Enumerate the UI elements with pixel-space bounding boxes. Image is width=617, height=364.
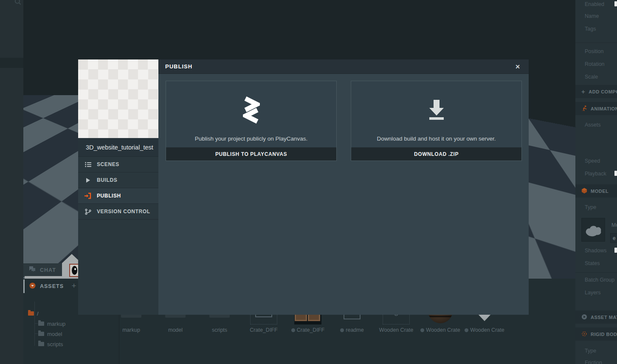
asset-label: Crate_DIFF (250, 327, 277, 333)
tree-item-label: / (37, 310, 39, 317)
tree-connector (34, 333, 38, 334)
publish-dialog: 3D_website_tutorial_test SCENES BUILDS (78, 59, 529, 315)
tree-item-label: model (47, 331, 62, 337)
birdhouse-hole-glint (74, 268, 76, 270)
search-icon[interactable] (14, 0, 22, 8)
model-cube-icon (581, 188, 587, 195)
field-anim-assets: Assets (585, 122, 601, 128)
publish-playcanvas-card: Publish your project publicly on PlayCan… (166, 81, 337, 161)
menu-item-scenes[interactable]: SCENES (78, 157, 158, 172)
folder-icon (38, 342, 44, 346)
animation-section-header[interactable]: ANIMATION (575, 102, 617, 115)
dialog-title: PUBLISH (165, 63, 192, 70)
builds-play-icon (85, 178, 91, 183)
download-card-description: Download build and host it on your own s… (377, 135, 496, 142)
field-speed: Speed (585, 158, 600, 164)
field-states: States (585, 260, 600, 266)
rigid-body-icon (581, 331, 587, 338)
enabled-checkbox[interactable] (614, 1, 617, 6)
field-rb-type: Type (585, 348, 596, 354)
playcanvas-editor: CHAT ASSETS + / mark (0, 0, 617, 364)
asset-label: readme (346, 327, 363, 333)
publish-arrow-icon (85, 192, 91, 199)
field-name: Name (585, 13, 599, 19)
field-position: Position (585, 48, 603, 54)
publish-dialog-main: PUBLISH ✕ Publish your project publicly … (158, 59, 529, 315)
tree-connector (34, 344, 35, 344)
hierarchy-panel[interactable] (0, 0, 23, 364)
model-asset-input[interactable]: e (610, 233, 617, 243)
download-zip-card: Download build and host it on your own s… (351, 81, 522, 161)
tree-item-label: markup (47, 321, 65, 327)
project-name: 3D_website_tutorial_test (78, 138, 158, 157)
menu-item-publish[interactable]: PUBLISH (78, 188, 158, 204)
divider (575, 42, 617, 43)
asset-dot (465, 328, 468, 332)
asset-label: Wooden Crate (470, 327, 504, 333)
folder-icon (38, 322, 44, 326)
field-shadows: Shadows (585, 248, 606, 254)
plus-icon: + (581, 88, 585, 95)
asset-label: Crate_DIFF (297, 327, 324, 333)
field-layers: Layers (585, 290, 601, 296)
chat-label: CHAT (40, 267, 56, 273)
rigid-body-section-header[interactable]: RIGID BODY (575, 327, 617, 341)
branch-icon (85, 209, 91, 215)
close-icon[interactable]: ✕ (513, 62, 522, 71)
asset-label: Wooden Crate (379, 327, 413, 333)
field-model-type: Type (585, 204, 596, 210)
tree-item-markup[interactable]: markup (38, 319, 65, 329)
publish-dialog-body: Publish your project publicly on PlayCan… (158, 74, 529, 315)
assets-title: ASSETS (40, 283, 64, 289)
menu-item-builds[interactable]: BUILDS (78, 172, 158, 188)
asset-materials-toggle[interactable]: ASSET MATERIALS (575, 310, 617, 324)
divider (575, 272, 617, 273)
scenes-list-icon (85, 162, 91, 167)
chat-icon (29, 266, 36, 274)
download-zip-button[interactable]: DOWNLOAD .ZIP (351, 147, 521, 161)
shadows-checkbox[interactable] (614, 248, 617, 253)
field-rotation: Rotation (585, 61, 605, 67)
tree-item-label: scripts (47, 341, 63, 347)
model-asset-thumbnail[interactable] (581, 218, 605, 242)
animation-runner-icon (581, 105, 587, 112)
tree-item-model[interactable]: model (38, 329, 62, 339)
publish-dialog-header: PUBLISH ✕ (158, 59, 529, 74)
folder-icon (28, 311, 34, 316)
asset-label: markup (122, 327, 140, 333)
model-asset-label: Model (611, 222, 617, 228)
asset-label: Wooden Crate (426, 327, 460, 333)
field-batch-group: Batch Group (585, 277, 614, 283)
asset-dot (340, 328, 344, 332)
download-icon (425, 81, 448, 135)
asset-label: model (168, 327, 183, 333)
playback-checkbox[interactable] (614, 171, 617, 176)
field-scale: Scale (585, 74, 598, 80)
tree-item-root[interactable]: / (28, 308, 39, 319)
play-circle-icon (581, 314, 587, 321)
publish-card-description: Publish your project publicly on PlayCan… (195, 135, 308, 142)
publish-dialog-sidebar: 3D_website_tutorial_test SCENES BUILDS (78, 59, 158, 315)
inspector-panel: Enabled Name Tags Position Rotation Scal… (575, 0, 617, 364)
field-enabled: Enabled (585, 1, 604, 7)
field-friction: Friction (585, 360, 602, 364)
folder-icon (38, 332, 44, 336)
asset-label: scripts (212, 327, 227, 333)
tree-connector (34, 323, 38, 324)
asset-dot (291, 328, 295, 332)
asset-dot (420, 328, 424, 332)
assets-panel-icon[interactable] (29, 282, 36, 291)
project-thumbnail (78, 59, 158, 138)
playcanvas-logo (243, 81, 260, 135)
model-section-header[interactable]: MODEL (575, 184, 617, 198)
field-tags: Tags (585, 26, 596, 32)
field-playback: Playback (585, 171, 606, 177)
tree-item-scripts[interactable]: scripts (38, 339, 63, 349)
add-component-button[interactable]: + ADD COMPONENT (575, 85, 617, 98)
menu-item-version-control[interactable]: VERSION CONTROL (78, 204, 158, 220)
birdhouse-hole (72, 266, 77, 275)
hierarchy-selected-row[interactable] (0, 58, 23, 68)
publish-to-playcanvas-button[interactable]: PUBLISH TO PLAYCANVAS (166, 147, 336, 161)
